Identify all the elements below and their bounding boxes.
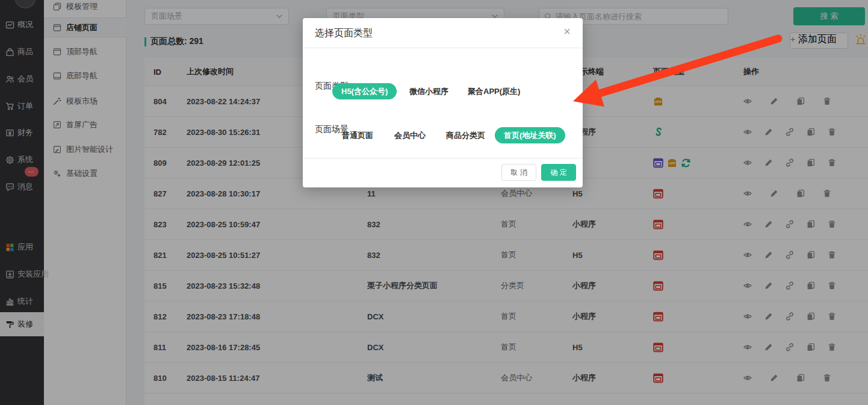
dialog-footer: 取 消 确 定	[303, 158, 583, 187]
close-icon[interactable]: ×	[560, 24, 574, 39]
option-normal-page[interactable]: 普通页面	[342, 127, 373, 143]
select-page-type-dialog: 选择页面类型 × 页面类型 H5(含公众号) 微信小程序 聚合APP(原生) 页…	[303, 18, 583, 187]
cancel-button[interactable]: 取 消	[501, 164, 536, 181]
page: 概况 商品 会员 订单 财务 系统 消息 ... 应用 安装应用 统计 装修 模…	[0, 0, 868, 405]
dialog-header: 选择页面类型 ×	[303, 18, 583, 48]
option-member-center[interactable]: 会员中心	[394, 127, 426, 143]
option-home-page[interactable]: 首页(地址关联)	[495, 127, 565, 143]
option-h5[interactable]: H5(含公众号)	[332, 83, 397, 99]
option-category-page[interactable]: 商品分类页	[446, 127, 485, 143]
dialog-title: 选择页面类型	[315, 27, 373, 40]
confirm-button[interactable]: 确 定	[541, 164, 576, 181]
option-app-native[interactable]: 聚合APP(原生)	[468, 83, 520, 99]
option-wechat-miniprogram[interactable]: 微信小程序	[409, 83, 448, 99]
